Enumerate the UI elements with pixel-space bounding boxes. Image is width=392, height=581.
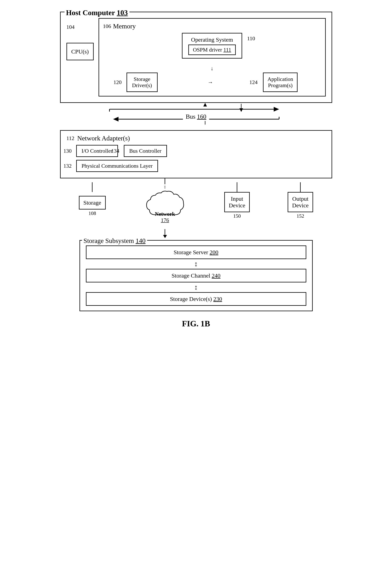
physical-layer-wrapper: 132 Physical Communications Layer (76, 160, 326, 172)
os-ref-label: 110 (247, 36, 255, 42)
network-label: Network (155, 211, 175, 217)
network-cloud-section: ↕ Network 176 (144, 178, 186, 238)
bottom-section: Storage 108 ↕ Network 176 (45, 178, 347, 311)
storage-subsystem-label: Storage Subsystem 140 (82, 237, 147, 244)
cloud-down-line (165, 229, 165, 235)
io-controller-label: I/O Controller (82, 148, 112, 154)
network-adapter-ref-label: 112 (66, 135, 74, 142)
io-bus-row: 130 I/O Controller 134 Bus Controller (76, 145, 326, 157)
storage-device-box: Storage Device(s) 230 (86, 292, 306, 306)
svg-marker-1 (274, 107, 279, 112)
output-device-label: OutputDevice (292, 196, 309, 208)
output-device-box: OutputDevice (288, 192, 313, 212)
input-connector-line (237, 182, 237, 192)
storage-label: Storage (83, 199, 101, 206)
storage-ref: 108 (88, 210, 96, 216)
os-label: Operating System (191, 36, 233, 43)
storage-driver-box: 120 StorageDriver(s) (126, 72, 158, 92)
network-adapter-box: 112 Network Adapter(s) 130 I/O Controlle… (60, 130, 332, 178)
io-controller-ref: 130 (63, 148, 72, 154)
fig-label: FIG. 1B (182, 319, 210, 328)
physical-layer-pos: 132 Physical Communications Layer (76, 160, 158, 172)
storage-driver-label: StorageDriver(s) (132, 76, 152, 88)
host-computer-box: Host Computer 103 104 CPU(s) 106 Memory (60, 12, 332, 103)
bus-section: Bus 160 (60, 103, 332, 130)
memory-ref-label: 106 (103, 23, 111, 29)
svg-marker-9 (203, 103, 207, 106)
storage-driver-ref: 120 (113, 79, 122, 86)
host-computer-label: Host Computer 103 (64, 8, 129, 17)
bus-controller-box: Bus Controller (124, 145, 167, 157)
bus-controller-label: Bus Controller (129, 148, 161, 154)
physical-layer-label: Physical Communications Layer (82, 163, 153, 169)
memory-label: Memory (113, 22, 136, 30)
physical-layer-ref: 132 (63, 163, 72, 169)
storage-channel-box: Storage Channel 240 (86, 269, 306, 282)
ospm-box: OSPM driver 111 (188, 44, 236, 55)
app-label: ApplicationProgram(s) (267, 76, 293, 88)
bus-controller-ref: 134 (111, 148, 119, 154)
network-label-group: Network 176 (155, 211, 175, 223)
network-up-arrow: ↕ (164, 184, 166, 190)
cloud-down-arrowhead (163, 235, 167, 238)
input-device-section: InputDevice 150 (224, 182, 250, 219)
input-device-ref: 150 (233, 213, 241, 219)
storage-standalone: Storage 108 (79, 182, 106, 216)
channel-device-arrow: ↕ (86, 282, 306, 292)
svg-marker-7 (239, 108, 243, 112)
app-ref-label: 124 (249, 79, 258, 86)
ospm-label: OSPM driver (193, 47, 222, 53)
os-arrow-down: ↓ (103, 65, 321, 72)
app-program-wrapper: 124 ApplicationProgram(s) (263, 72, 298, 92)
network-adapter-label: Network Adapter(s) (77, 134, 130, 142)
input-device-box: InputDevice (224, 192, 250, 212)
storage-app-row: 120 StorageDriver(s) → 124 ApplicationPr… (103, 72, 321, 92)
bus-controller-wrapper: 134 Bus Controller (124, 145, 167, 157)
devices-row: Storage 108 ↕ Network 176 (60, 178, 332, 238)
memory-box: 106 Memory Operating System OSPM driver … (98, 18, 326, 96)
bus-label: Bus 160 (183, 113, 209, 120)
storage-app-arrow: → (208, 79, 213, 86)
server-channel-arrow: ↕ (86, 259, 306, 269)
cpu-ref-label: 104 (66, 24, 75, 30)
output-device-ref: 152 (297, 213, 304, 219)
storage-ref-row: 108 (88, 210, 96, 216)
os-section: Operating System OSPM driver 111 110 (103, 33, 321, 62)
output-device-section: OutputDevice 152 (288, 182, 313, 219)
storage-box: Storage (79, 196, 106, 210)
os-box: Operating System OSPM driver 111 110 (182, 33, 242, 58)
storage-connector-line (92, 182, 92, 192)
svg-marker-4 (113, 117, 118, 122)
network-up-line (165, 178, 165, 184)
storage-server-box: Storage Server 200 (86, 246, 306, 259)
output-connector-line (300, 182, 301, 192)
app-program-box: ApplicationProgram(s) (263, 72, 298, 92)
cpu-label: CPU(s) (71, 48, 89, 55)
input-device-label: InputDevice (229, 196, 245, 208)
host-computer-ref: 103 (117, 8, 128, 17)
diagram-container: Host Computer 103 104 CPU(s) 106 Memory (31, 12, 361, 328)
physical-layer-box: Physical Communications Layer (76, 160, 158, 172)
network-ref: 176 (161, 217, 169, 223)
cpu-box: CPU(s) (66, 43, 94, 60)
cloud-down-arrow (163, 229, 167, 238)
storage-subsystem-box: Storage Subsystem 140 Storage Server 200… (79, 240, 313, 311)
ospm-ref: 111 (224, 47, 231, 53)
